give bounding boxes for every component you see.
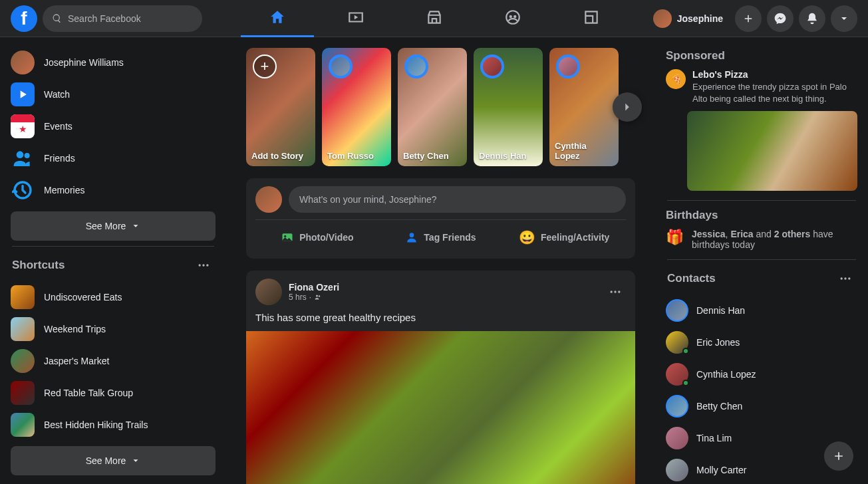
composer-photo-button[interactable]: Photo/Video <box>255 224 379 251</box>
plus-icon <box>742 13 754 25</box>
dots-icon <box>197 259 210 272</box>
sponsor-name: Lebo's Pizza <box>692 69 857 80</box>
profile-chip[interactable]: Josephine <box>651 7 730 31</box>
composer-photo-label: Photo/Video <box>299 232 353 243</box>
sidebar-item-events[interactable]: ★ Events <box>5 110 221 142</box>
tab-gaming[interactable] <box>555 0 628 37</box>
dots-icon <box>839 272 852 285</box>
messenger-button[interactable] <box>767 5 794 32</box>
account-menu-button[interactable] <box>831 5 857 32</box>
chevron-right-icon <box>620 100 635 114</box>
shortcuts-see-more-button[interactable]: See More <box>11 446 216 475</box>
shortcut-item[interactable]: Undiscovered Eats <box>5 281 221 313</box>
sidebar-item-label: Events <box>44 121 72 132</box>
notifications-button[interactable] <box>799 5 825 32</box>
birthdays-title: Birthdays <box>660 206 863 229</box>
create-button[interactable] <box>735 5 762 32</box>
contact-name: Cynthia Lopez <box>696 369 756 380</box>
sidebar-item-label: Memories <box>44 185 84 195</box>
contact-item[interactable]: Dennis Han <box>660 295 863 326</box>
messenger-icon <box>774 12 787 25</box>
shortcut-item[interactable]: Weekend Trips <box>5 313 221 345</box>
tag-friends-icon <box>405 231 418 244</box>
svg-point-1 <box>509 15 511 18</box>
contact-item[interactable]: Betty Chen <box>660 390 863 422</box>
sponsor-image[interactable] <box>687 111 857 191</box>
see-more-button[interactable]: See More <box>11 211 216 241</box>
sidebar-item-watch[interactable]: Watch <box>5 78 221 110</box>
story-label: Add to Story <box>251 151 310 161</box>
shortcut-item[interactable]: Jasper's Market <box>5 345 221 377</box>
post-author-avatar[interactable] <box>255 279 282 305</box>
tab-watch[interactable] <box>319 0 392 37</box>
sponsored-item[interactable]: 🍕 Lebo's Pizza Experience the trendy piz… <box>660 69 863 104</box>
online-indicator <box>682 348 689 354</box>
sponsor-logo: 🍕 <box>666 69 686 89</box>
shortcut-item[interactable]: Red Table Talk Group <box>5 377 221 409</box>
shortcut-item[interactable]: Best Hidden Hiking Trails <box>5 409 221 441</box>
search-icon <box>52 13 63 24</box>
dots-icon <box>609 285 622 299</box>
svg-point-7 <box>202 264 204 266</box>
contact-item[interactable]: Eric Jones <box>660 326 863 358</box>
svg-point-2 <box>513 15 516 18</box>
see-more-label: See More <box>86 221 126 231</box>
shortcuts-title: Shortcuts <box>12 259 65 272</box>
composer-feeling-button[interactable]: 😀Feeling/Activity <box>502 224 626 251</box>
sidebar-item-friends[interactable]: Friends <box>5 142 221 174</box>
bell-icon <box>805 12 819 25</box>
post-author-name[interactable]: Fiona Ozeri <box>289 282 598 293</box>
sponsored-title: Sponsored <box>660 47 863 69</box>
story-create[interactable]: +Add to Story <box>246 48 315 166</box>
svg-point-15 <box>614 291 616 293</box>
friends-audience-icon <box>314 293 322 301</box>
story-item[interactable]: Dennis Han <box>474 48 543 166</box>
chevron-down-icon <box>131 456 140 465</box>
birthdays-row[interactable]: 🎁 Jessica, Erica and 2 others have birth… <box>660 229 863 250</box>
contact-avatar <box>666 427 688 449</box>
svg-point-19 <box>848 277 850 279</box>
shortcut-thumb <box>11 381 35 405</box>
svg-point-0 <box>506 11 519 24</box>
story-avatar <box>404 55 428 78</box>
avatar <box>653 9 672 28</box>
composer-input[interactable]: What's on your mind, Josephine? <box>289 186 626 213</box>
story-item[interactable]: Tom Russo <box>322 48 391 166</box>
nav-tabs <box>241 0 628 37</box>
shortcuts-options-button[interactable] <box>193 255 214 276</box>
contact-item[interactable]: Cynthia Lopez <box>660 358 863 390</box>
chevron-down-icon <box>131 221 140 231</box>
stories-next-button[interactable] <box>613 92 642 122</box>
search-input[interactable]: Search Facebook <box>43 5 202 32</box>
birthdays-text: Jessica, Erica and 2 others have birthda… <box>692 229 857 250</box>
tab-home[interactable] <box>241 0 314 37</box>
gift-icon: 🎁 <box>666 229 684 250</box>
tab-groups[interactable] <box>476 0 549 37</box>
composer-placeholder: What's on your mind, Josephine? <box>299 194 437 205</box>
story-avatar <box>556 55 580 78</box>
story-avatar <box>329 55 353 78</box>
post-options-button[interactable] <box>605 281 626 302</box>
tab-marketplace[interactable] <box>398 0 471 37</box>
contact-name: Tina Lim <box>696 433 732 443</box>
marketplace-icon <box>426 9 443 26</box>
header-right: Josephine <box>651 5 857 32</box>
search-placeholder: Search Facebook <box>68 13 141 24</box>
post-text: This has some great healthy recipes <box>255 312 626 323</box>
shortcut-label: Weekend Trips <box>44 324 106 334</box>
facebook-logo[interactable]: f <box>11 5 37 32</box>
gaming-icon <box>583 9 600 26</box>
composer-tag-button[interactable]: Tag Friends <box>379 224 503 251</box>
sidebar-profile-name: Josephine Williams <box>44 57 124 68</box>
composer-feeling-label: Feeling/Activity <box>541 232 609 243</box>
post-image[interactable] <box>246 331 635 484</box>
story-item[interactable]: Cynthia Lopez <box>549 48 619 166</box>
story-label: Cynthia Lopez <box>555 141 613 161</box>
sidebar-item-memories[interactable]: Memories <box>5 174 221 206</box>
sidebar-item-label: Friends <box>44 153 75 164</box>
new-message-fab[interactable] <box>824 441 853 471</box>
sidebar-profile[interactable]: Josephine Williams <box>5 47 221 78</box>
story-item[interactable]: Betty Chen <box>398 48 467 166</box>
contacts-options-button[interactable] <box>835 268 856 289</box>
shortcut-label: Jasper's Market <box>44 356 109 366</box>
